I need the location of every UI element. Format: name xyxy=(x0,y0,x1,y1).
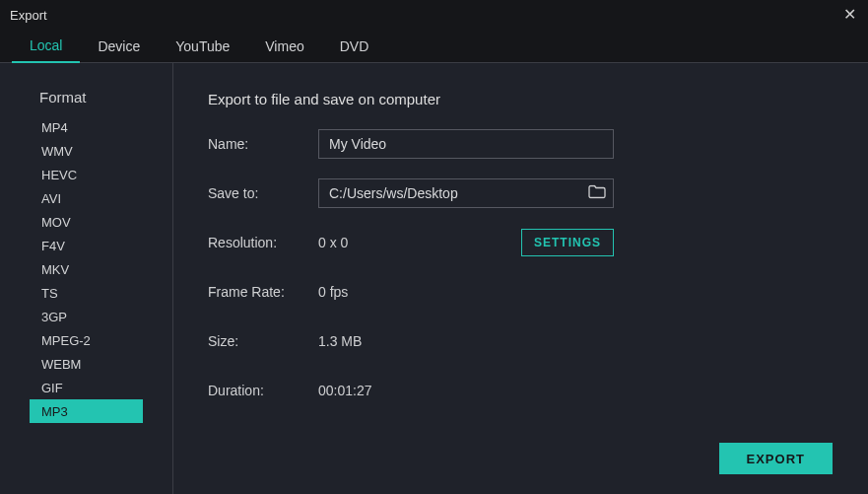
format-item-mov[interactable]: MOV xyxy=(0,210,172,234)
name-label: Name: xyxy=(208,136,318,152)
titlebar: Export ✕ xyxy=(0,0,868,30)
row-size: Size: 1.3 MB xyxy=(208,326,834,356)
framerate-label: Frame Rate: xyxy=(208,284,318,300)
format-item-mp4[interactable]: MP4 xyxy=(0,115,172,139)
saveto-label: Save to: xyxy=(208,185,318,201)
format-item-ts[interactable]: TS xyxy=(0,281,172,305)
row-duration: Duration: 00:01:27 xyxy=(208,376,834,405)
saveto-input[interactable] xyxy=(318,178,614,208)
window-title: Export xyxy=(10,8,47,23)
tab-youtube[interactable]: YouTube xyxy=(158,30,247,63)
row-saveto: Save to: xyxy=(208,178,834,208)
body: Format MP4 WMV HEVC AVI MOV F4V MKV TS 3… xyxy=(0,63,868,494)
row-framerate: Frame Rate: 0 fps xyxy=(208,277,834,307)
row-name: Name: xyxy=(208,129,834,159)
tabs-bar: Local Device YouTube Vimeo DVD xyxy=(0,30,868,63)
format-item-mkv[interactable]: MKV xyxy=(0,257,172,281)
tab-vimeo[interactable]: Vimeo xyxy=(247,30,321,63)
export-button[interactable]: EXPORT xyxy=(719,443,833,474)
format-header: Format xyxy=(0,89,172,106)
duration-label: Duration: xyxy=(208,383,318,398)
format-sidebar: Format MP4 WMV HEVC AVI MOV F4V MKV TS 3… xyxy=(0,63,173,494)
format-item-3gp[interactable]: 3GP xyxy=(0,305,172,328)
format-item-mp3[interactable]: MP3 xyxy=(30,399,143,423)
name-input[interactable] xyxy=(318,129,614,159)
tab-device[interactable]: Device xyxy=(80,30,158,63)
format-item-avi[interactable]: AVI xyxy=(0,186,172,210)
framerate-value: 0 fps xyxy=(318,284,348,300)
tab-dvd[interactable]: DVD xyxy=(322,30,387,63)
format-item-gif[interactable]: GIF xyxy=(0,376,172,399)
size-label: Size: xyxy=(208,333,318,349)
close-icon[interactable]: ✕ xyxy=(840,6,858,24)
format-item-webm[interactable]: WEBM xyxy=(0,352,172,376)
panel-subtitle: Export to file and save on computer xyxy=(208,91,834,107)
resolution-label: Resolution: xyxy=(208,235,318,250)
settings-button[interactable]: SETTINGS xyxy=(521,229,614,256)
duration-value: 00:01:27 xyxy=(318,383,372,398)
format-item-mpeg2[interactable]: MPEG-2 xyxy=(0,328,172,352)
folder-icon[interactable] xyxy=(588,185,606,202)
tab-local[interactable]: Local xyxy=(12,30,80,63)
format-item-wmv[interactable]: WMV xyxy=(0,139,172,163)
format-item-f4v[interactable]: F4V xyxy=(0,234,172,257)
format-item-hevc[interactable]: HEVC xyxy=(0,163,172,186)
saveto-input-wrap xyxy=(318,178,614,208)
main-panel: Export to file and save on computer Name… xyxy=(173,63,868,494)
resolution-value: 0 x 0 xyxy=(318,235,348,250)
row-resolution: Resolution: 0 x 0 SETTINGS xyxy=(208,228,614,257)
size-value: 1.3 MB xyxy=(318,333,362,349)
